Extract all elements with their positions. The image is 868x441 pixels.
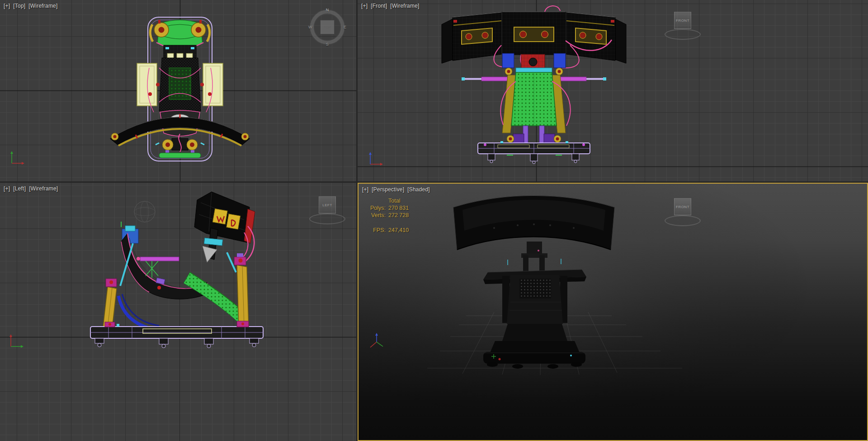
viewcube-compass-ring xyxy=(309,213,345,224)
viewport-pov-button[interactable]: [Top] xyxy=(13,3,25,9)
viewcube-face[interactable]: FRONT xyxy=(674,12,691,29)
viewport-front[interactable]: [+][Front][Wireframe] FRONT xyxy=(358,0,868,181)
viewport-menu-button[interactable]: [+] xyxy=(361,3,368,9)
axis-tripod xyxy=(6,333,26,351)
perspective-shaded-art xyxy=(359,184,867,440)
sim-rig-left-view xyxy=(90,192,263,348)
stats-polys-value: 270 831 xyxy=(388,204,409,212)
axis-tripod xyxy=(367,332,387,352)
compass-north[interactable]: N xyxy=(326,8,329,12)
viewport-shading-button[interactable]: [Wireframe] xyxy=(390,3,419,9)
viewport-menu-button[interactable]: [+] xyxy=(4,185,10,192)
viewport-shading-button[interactable]: [Shaded] xyxy=(407,186,430,193)
axis-tripod xyxy=(7,150,27,168)
viewport-label: [+][Left][Wireframe] xyxy=(4,185,61,192)
sim-rig-front-view xyxy=(442,6,626,164)
world-axes xyxy=(358,0,868,181)
front-view-wireframe-art xyxy=(358,0,868,181)
viewport-shading-button[interactable]: [Wireframe] xyxy=(28,3,57,9)
stats-total-header: Total xyxy=(388,197,400,204)
top-view-wireframe-art xyxy=(0,0,356,181)
home-grid xyxy=(427,311,682,375)
stats-fps-label: FPS: xyxy=(365,227,386,234)
environment-gradient xyxy=(359,184,867,440)
viewport-label: [+][Top][Wireframe] xyxy=(4,3,61,9)
world-axes xyxy=(0,183,356,441)
compass-south[interactable]: S xyxy=(326,42,329,47)
compass-east[interactable]: E xyxy=(344,25,346,29)
stats-verts-label: Verts: xyxy=(365,212,386,219)
viewcube-left[interactable]: LEFT xyxy=(308,195,346,225)
viewport-statistics: Total Polys:270 831 Verts:272 728 FPS:24… xyxy=(365,197,409,234)
stats-verts-value: 272 728 xyxy=(388,212,409,219)
viewport-label: [+][Perspective][Shaded] xyxy=(362,186,433,193)
viewcube-face[interactable]: TOP xyxy=(320,20,335,34)
viewport-label: [+][Front][Wireframe] xyxy=(361,3,423,9)
viewcube-face[interactable]: FRONT xyxy=(674,198,691,215)
viewcube-compass-ring xyxy=(665,29,701,40)
viewport-left[interactable]: [+][Left][Wireframe] LEFT xyxy=(0,183,356,441)
sim-rig-shaded xyxy=(453,196,614,369)
left-view-wireframe-art xyxy=(0,183,356,441)
viewcube-perspective[interactable]: FRONT xyxy=(664,197,702,227)
viewport-pov-button[interactable]: [Perspective] xyxy=(372,186,404,193)
compass-west[interactable]: W xyxy=(308,25,312,29)
stats-fps-value: 247,410 xyxy=(388,227,409,234)
viewcube-compass-ring xyxy=(665,215,701,226)
max-viewport-quad: [+][Top][Wireframe] N S E W TOP xyxy=(0,0,868,441)
viewcube-compass[interactable]: N S E W TOP xyxy=(307,7,347,47)
viewport-shading-button[interactable]: [Wireframe] xyxy=(29,185,58,192)
viewport-pov-button[interactable]: [Left] xyxy=(13,185,26,192)
axis-tripod xyxy=(366,151,386,169)
viewport-top[interactable]: [+][Top][Wireframe] N S E W TOP xyxy=(0,0,356,181)
viewcube-face[interactable]: LEFT xyxy=(319,196,336,213)
sim-rig-top-view xyxy=(110,17,250,161)
viewport-perspective[interactable]: [+][Perspective][Shaded] Total Polys:270… xyxy=(358,183,868,441)
world-axes xyxy=(0,0,356,181)
stats-polys-label: Polys: xyxy=(365,204,386,212)
viewport-menu-button[interactable]: [+] xyxy=(4,3,10,9)
viewcube-front[interactable]: FRONT xyxy=(664,11,702,41)
viewport-pov-button[interactable]: [Front] xyxy=(371,3,387,9)
viewport-menu-button[interactable]: [+] xyxy=(362,186,368,193)
